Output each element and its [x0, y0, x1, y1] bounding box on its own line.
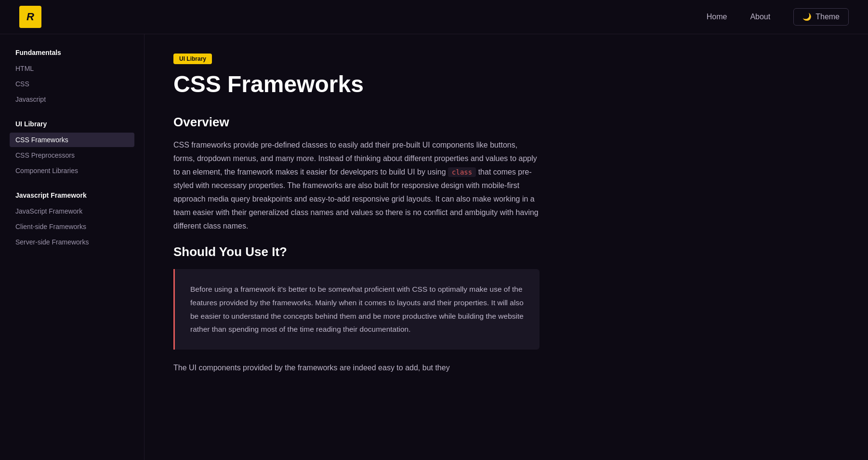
sidebar-section-title-js-framework: Javascript Framework: [10, 191, 134, 199]
sidebar-item-javascript[interactable]: Javascript: [10, 92, 134, 107]
sidebar-item-html[interactable]: HTML: [10, 61, 134, 76]
page-layout: Fundamentals HTML CSS Javascript UI Libr…: [0, 34, 868, 460]
sidebar-item-component-libraries[interactable]: Component Libraries: [10, 163, 134, 178]
trailing-paragraph: The UI components provided by the framew…: [173, 361, 539, 375]
sidebar-item-server-side[interactable]: Server-side Frameworks: [10, 235, 134, 249]
overview-text-after: that comes pre-styled with necessary pro…: [173, 168, 539, 230]
logo-letter: R: [26, 11, 34, 23]
should-use-heading: Should You Use It?: [173, 244, 539, 259]
sidebar-item-css-frameworks[interactable]: CSS Frameworks: [10, 133, 134, 147]
nav-about[interactable]: About: [750, 13, 770, 21]
logo[interactable]: R: [19, 6, 41, 28]
nav-home[interactable]: Home: [707, 13, 727, 21]
overview-heading: Overview: [173, 115, 539, 130]
main-nav: Home About 🌙 Theme: [707, 8, 849, 26]
blockquote: Before using a framework it's better to …: [173, 269, 539, 350]
moon-icon: 🌙: [802, 13, 812, 21]
should-use-section: Should You Use It? Before using a framew…: [173, 244, 539, 375]
sidebar-section-js-framework: Javascript Framework JavaScript Framewor…: [10, 191, 134, 249]
header: R Home About 🌙 Theme: [0, 0, 868, 34]
sidebar-item-css-preprocessors[interactable]: CSS Preprocessors: [10, 148, 134, 162]
main-content: UI Library CSS Frameworks Overview CSS f…: [145, 34, 578, 460]
sidebar: Fundamentals HTML CSS Javascript UI Libr…: [0, 34, 145, 460]
sidebar-section-fundamentals: Fundamentals HTML CSS Javascript: [10, 49, 134, 107]
inline-code-class: class: [448, 167, 476, 177]
sidebar-item-js-framework[interactable]: JavaScript Framework: [10, 204, 134, 218]
sidebar-item-client-side[interactable]: Client-side Frameworks: [10, 219, 134, 234]
logo-box: R: [19, 6, 41, 28]
overview-paragraph: CSS frameworks provide pre-defined class…: [173, 138, 539, 233]
sidebar-section-title-ui-library: UI Library: [10, 120, 134, 128]
blockquote-text: Before using a framework it's better to …: [190, 283, 524, 337]
theme-label: Theme: [815, 13, 840, 21]
theme-button[interactable]: 🌙 Theme: [793, 8, 849, 26]
sidebar-section-title-fundamentals: Fundamentals: [10, 49, 134, 56]
overview-section: Overview CSS frameworks provide pre-defi…: [173, 115, 539, 233]
sidebar-section-ui-library: UI Library CSS Frameworks CSS Preprocess…: [10, 120, 134, 178]
page-title: CSS Frameworks: [173, 72, 539, 97]
sidebar-item-css[interactable]: CSS: [10, 77, 134, 91]
category-badge: UI Library: [173, 54, 212, 64]
